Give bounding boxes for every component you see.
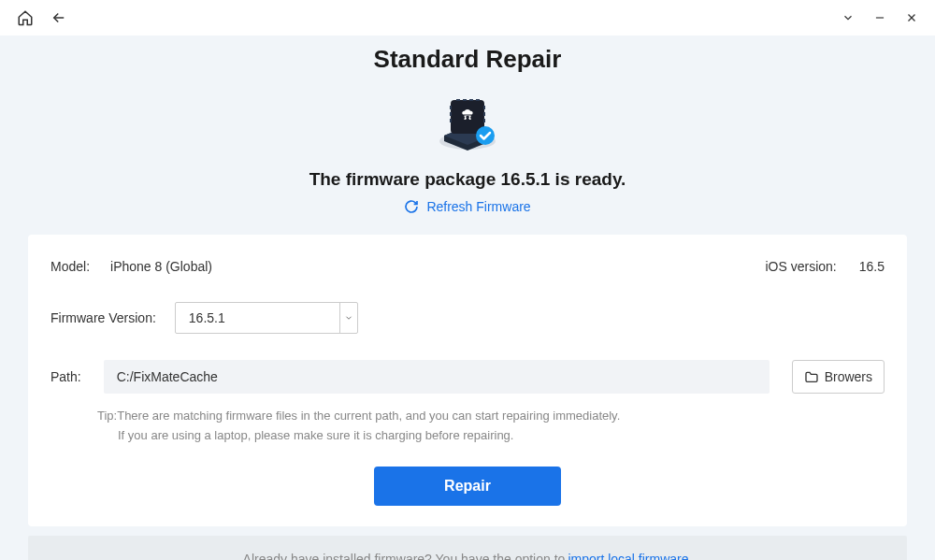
svg-rect-8	[456, 99, 460, 101]
info-card: Model: iPhone 8 (Global) iOS version: 16…	[28, 235, 907, 526]
close-icon[interactable]	[905, 11, 918, 24]
path-label: Path:	[50, 369, 81, 384]
svg-rect-5	[483, 106, 485, 109]
footer-period: .	[689, 552, 693, 560]
titlebar	[0, 0, 935, 36]
refresh-firmware-label: Refresh Firmware	[426, 199, 530, 214]
svg-rect-4	[450, 119, 452, 122]
svg-rect-10	[469, 99, 473, 101]
repair-button[interactable]: Repair	[374, 467, 561, 506]
firmware-ready-text: The firmware package 16.5.1 is ready.	[0, 169, 935, 190]
back-icon[interactable]	[50, 9, 67, 26]
refresh-icon	[404, 199, 419, 214]
svg-rect-2	[450, 106, 452, 109]
model-ios-row: Model: iPhone 8 (Global) iOS version: 16…	[50, 259, 885, 274]
tip-prefix: Tip:	[97, 409, 117, 423]
page-title: Standard Repair	[0, 45, 935, 74]
svg-rect-3	[450, 112, 452, 116]
firmware-chip-icon	[0, 91, 935, 154]
firmware-version-label: Firmware Version:	[50, 310, 156, 325]
import-local-firmware-link[interactable]: import local firmware	[568, 552, 688, 560]
titlebar-right	[842, 11, 918, 24]
main-area: Standard Repair The firmware package 16.…	[0, 36, 935, 560]
model-value: iPhone 8 (Global)	[110, 259, 212, 274]
firmware-version-value: 16.5.1	[176, 303, 340, 333]
tip-line2: If you are using a laptop, please make s…	[97, 426, 885, 446]
svg-rect-9	[463, 99, 467, 101]
svg-rect-11	[476, 99, 480, 101]
path-input[interactable]	[104, 360, 770, 394]
svg-rect-7	[483, 119, 485, 122]
browse-button[interactable]: Browers	[792, 360, 885, 394]
model-label: Model:	[50, 259, 90, 274]
svg-rect-6	[483, 112, 485, 116]
minimize-icon[interactable]	[873, 11, 886, 24]
svg-point-12	[476, 126, 495, 145]
tip-line1: There are matching firmware files in the…	[117, 409, 620, 423]
home-icon[interactable]	[17, 9, 34, 26]
ios-version-label: iOS version:	[766, 259, 837, 274]
chevron-down-icon[interactable]	[842, 11, 855, 24]
titlebar-left	[17, 9, 67, 26]
path-row: Path: Browers	[50, 360, 885, 394]
chevron-down-icon[interactable]	[340, 303, 357, 333]
firmware-version-row: Firmware Version: 16.5.1	[50, 302, 885, 334]
footer-text: Already have installed firmware? You hav…	[243, 552, 566, 560]
browse-button-label: Browers	[825, 369, 872, 384]
tip-text: Tip:There are matching firmware files in…	[97, 407, 885, 446]
folder-icon	[804, 370, 819, 383]
ios-version-value: 16.5	[859, 259, 885, 274]
footer-bar: Already have installed firmware? You hav…	[28, 536, 907, 560]
firmware-version-select[interactable]: 16.5.1	[175, 302, 358, 334]
refresh-firmware-link[interactable]: Refresh Firmware	[0, 199, 935, 214]
